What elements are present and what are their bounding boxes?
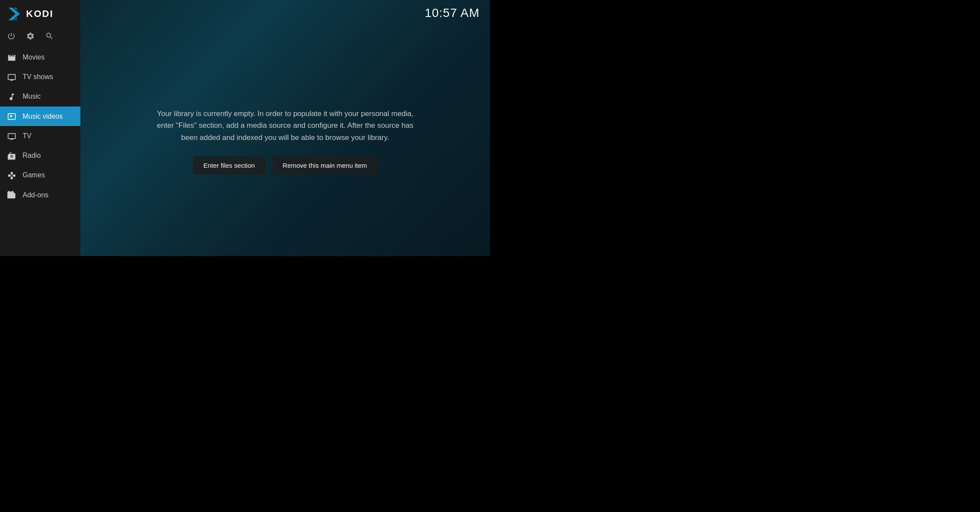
sidebar-item-radio[interactable]: Radio bbox=[0, 146, 80, 166]
action-buttons: Enter files section Remove this main men… bbox=[193, 156, 377, 174]
music-videos-icon bbox=[7, 112, 17, 121]
sidebar-item-tv[interactable]: TV bbox=[0, 126, 80, 146]
sidebar-item-add-ons[interactable]: Add-ons bbox=[0, 185, 80, 205]
add-ons-icon bbox=[7, 190, 17, 199]
settings-icon[interactable] bbox=[26, 31, 35, 40]
sidebar-item-music-label: Music bbox=[23, 93, 41, 100]
kodi-logo-icon bbox=[7, 6, 23, 22]
games-icon bbox=[7, 171, 17, 180]
main-nav: Movies TV shows Music Music videos bbox=[0, 47, 80, 256]
sidebar: KODI Movies TV shows bbox=[0, 0, 80, 256]
tv-icon bbox=[7, 131, 17, 140]
sidebar-item-tv-shows-label: TV shows bbox=[23, 73, 53, 81]
sidebar-item-tv-shows[interactable]: TV shows bbox=[0, 67, 80, 87]
music-icon bbox=[7, 92, 17, 101]
search-icon[interactable] bbox=[45, 31, 54, 40]
radio-icon bbox=[7, 151, 17, 160]
main-content: 10:57 AM Your library is currently empty… bbox=[80, 0, 490, 256]
sidebar-item-music-videos-label: Music videos bbox=[23, 113, 63, 120]
app-title: KODI bbox=[26, 8, 53, 20]
clock-display: 10:57 AM bbox=[425, 6, 480, 20]
sidebar-item-tv-label: TV bbox=[23, 132, 31, 140]
top-bar: 10:57 AM bbox=[80, 0, 490, 26]
sidebar-item-radio-label: Radio bbox=[23, 152, 41, 160]
sidebar-item-movies-label: Movies bbox=[23, 53, 45, 61]
sidebar-item-games[interactable]: Games bbox=[0, 166, 80, 185]
sidebar-item-add-ons-label: Add-ons bbox=[23, 191, 49, 199]
sidebar-item-music-videos[interactable]: Music videos bbox=[0, 106, 80, 126]
empty-library-message: Your library is currently empty. In orde… bbox=[155, 108, 416, 143]
sidebar-item-music[interactable]: Music bbox=[0, 87, 80, 106]
sidebar-item-games-label: Games bbox=[23, 171, 45, 179]
sidebar-item-movies[interactable]: Movies bbox=[0, 47, 80, 67]
power-icon[interactable] bbox=[7, 31, 16, 40]
tv-shows-icon bbox=[7, 73, 17, 82]
sidebar-controls bbox=[0, 28, 80, 47]
enter-files-section-button[interactable]: Enter files section bbox=[193, 156, 265, 174]
content-area: Your library is currently empty. In orde… bbox=[80, 26, 490, 256]
app-header: KODI bbox=[0, 0, 80, 28]
remove-menu-item-button[interactable]: Remove this main menu item bbox=[272, 156, 377, 174]
movies-icon bbox=[7, 53, 17, 62]
